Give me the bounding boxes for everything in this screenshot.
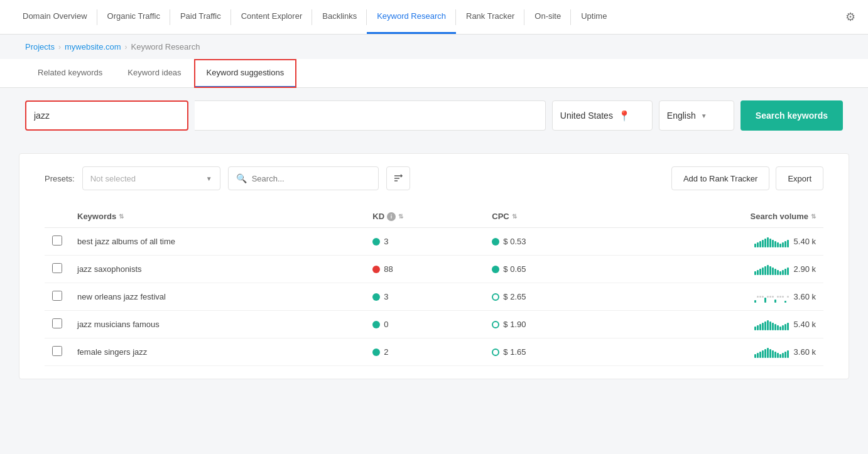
volume-bars xyxy=(754,291,789,303)
search-keywords-button[interactable]: Search keywords xyxy=(741,100,843,131)
language-text: English xyxy=(667,111,696,121)
volume-bar xyxy=(767,320,769,330)
location-selector[interactable]: United States 📍 xyxy=(552,100,653,131)
keyword-cell: new orleans jazz festival xyxy=(70,283,365,311)
location-pin-icon: 📍 xyxy=(618,110,631,122)
cpc-value: $ 1.90 xyxy=(503,320,526,329)
volume-bars xyxy=(754,319,789,330)
cpc-cell: $ 0.53 xyxy=(484,228,612,256)
breadcrumb-sep2: › xyxy=(125,43,127,51)
breadcrumb-sep1: › xyxy=(58,43,61,51)
nav-domain-overview[interactable]: Domain Overview xyxy=(13,0,97,34)
volume-value: 2.90 k xyxy=(794,264,816,274)
nav-rank-tracker[interactable]: Rank Tracker xyxy=(456,0,524,34)
cpc-dot-icon xyxy=(492,349,499,356)
volume-bar xyxy=(787,350,789,358)
cpc-value: $ 0.53 xyxy=(503,237,526,246)
th-keywords[interactable]: Keywords ⇅ xyxy=(70,205,365,228)
language-selector[interactable]: English ▼ xyxy=(659,100,734,131)
kd-dot-icon xyxy=(372,238,380,246)
nav-paid-traffic[interactable]: Paid Traffic xyxy=(170,0,231,34)
sort-icon xyxy=(393,173,403,183)
breadcrumb-site[interactable]: mywebsite.com xyxy=(65,42,121,51)
row-checkbox[interactable] xyxy=(52,263,62,273)
presets-dropdown[interactable]: Not selected ▼ xyxy=(82,166,220,190)
keyword-input-spacer xyxy=(195,100,546,131)
th-search-volume[interactable]: Search volume ⇅ xyxy=(612,205,823,228)
volume-cell: 2.90 k xyxy=(612,256,823,283)
volume-bar xyxy=(777,242,779,247)
kd-sort-icon: ⇅ xyxy=(398,213,403,220)
volume-bar xyxy=(777,270,779,275)
row-checkbox[interactable] xyxy=(52,318,62,328)
tab-keyword-ideas[interactable]: Keyword ideas xyxy=(115,59,193,88)
cpc-dot-icon xyxy=(492,238,499,246)
volume-bar xyxy=(774,241,776,247)
nav-keyword-research[interactable]: Keyword Research xyxy=(367,0,456,34)
volume-bar-empty xyxy=(782,296,784,298)
volume-bar xyxy=(754,300,756,303)
volume-bar xyxy=(757,325,759,330)
kd-cell: 3 xyxy=(365,283,484,311)
table-row: best jazz albums of all time3$ 0.535.40 … xyxy=(45,228,823,256)
volume-bar xyxy=(784,241,786,247)
volume-value: 5.40 k xyxy=(794,237,816,246)
volume-bar xyxy=(762,268,764,275)
volume-bar xyxy=(779,327,781,330)
kd-cell: 0 xyxy=(365,311,484,338)
row-checkbox[interactable] xyxy=(52,235,62,246)
volume-bar xyxy=(774,300,776,303)
cpc-dot-icon xyxy=(492,293,499,301)
volume-bars xyxy=(754,236,789,247)
presets-label: Presets: xyxy=(45,174,75,183)
breadcrumb-projects[interactable]: Projects xyxy=(25,42,55,51)
nav-backlinks[interactable]: Backlinks xyxy=(312,0,367,34)
volume-bar xyxy=(767,265,769,275)
nav-uptime[interactable]: Uptime xyxy=(571,0,617,34)
cpc-cell: $ 0.65 xyxy=(484,256,612,283)
volume-bar xyxy=(782,242,784,247)
export-button[interactable]: Export xyxy=(776,166,823,190)
sort-button[interactable] xyxy=(386,166,410,190)
volume-bar-empty xyxy=(767,296,769,298)
tab-keyword-suggestions[interactable]: Keyword suggestions xyxy=(194,59,297,88)
kd-dot-icon xyxy=(372,266,380,273)
cpc-value: $ 0.65 xyxy=(503,264,526,274)
volume-bar xyxy=(769,322,771,330)
row-checkbox[interactable] xyxy=(52,346,62,356)
nav-content-explorer[interactable]: Content Explorer xyxy=(231,0,313,34)
kd-value: 3 xyxy=(384,292,388,301)
kd-dot-icon xyxy=(372,321,380,328)
th-kd[interactable]: KD i ⇅ xyxy=(365,205,484,228)
cpc-value: $ 2.65 xyxy=(503,292,526,301)
volume-bar xyxy=(772,268,774,275)
volume-bar-empty xyxy=(757,296,759,298)
volume-bar xyxy=(767,237,769,247)
add-to-rank-tracker-button[interactable]: Add to Rank Tracker xyxy=(671,166,770,190)
table-row: jazz saxophonists88$ 0.652.90 k xyxy=(45,256,823,283)
presets-chevron-icon: ▼ xyxy=(206,175,212,182)
cpc-sort-icon: ⇅ xyxy=(512,213,517,220)
tab-related-keywords[interactable]: Related keywords xyxy=(25,59,115,88)
volume-bar-empty xyxy=(777,296,779,298)
kd-value: 3 xyxy=(384,237,388,246)
gear-icon[interactable]: ⚙ xyxy=(845,10,855,24)
keyword-input[interactable] xyxy=(34,111,180,121)
kd-info-icon[interactable]: i xyxy=(387,212,396,221)
kd-cell: 88 xyxy=(365,256,484,283)
volume-bar xyxy=(774,269,776,275)
keyword-input-wrapper xyxy=(25,100,188,131)
th-cpc[interactable]: CPC ⇅ xyxy=(484,205,612,228)
keyword-search-input[interactable] xyxy=(252,174,371,183)
volume-bar xyxy=(764,266,766,275)
nav-organic-traffic[interactable]: Organic Traffic xyxy=(97,0,170,34)
volume-bar xyxy=(782,270,784,275)
volume-bars xyxy=(754,264,789,275)
volume-value: 3.60 k xyxy=(794,347,816,357)
nav-on-site[interactable]: On-site xyxy=(524,0,571,34)
volume-bar xyxy=(759,241,761,247)
volume-bar-empty xyxy=(769,296,771,298)
breadcrumb-current: Keyword Research xyxy=(131,42,200,51)
volume-bar xyxy=(764,322,766,330)
row-checkbox[interactable] xyxy=(52,291,62,301)
